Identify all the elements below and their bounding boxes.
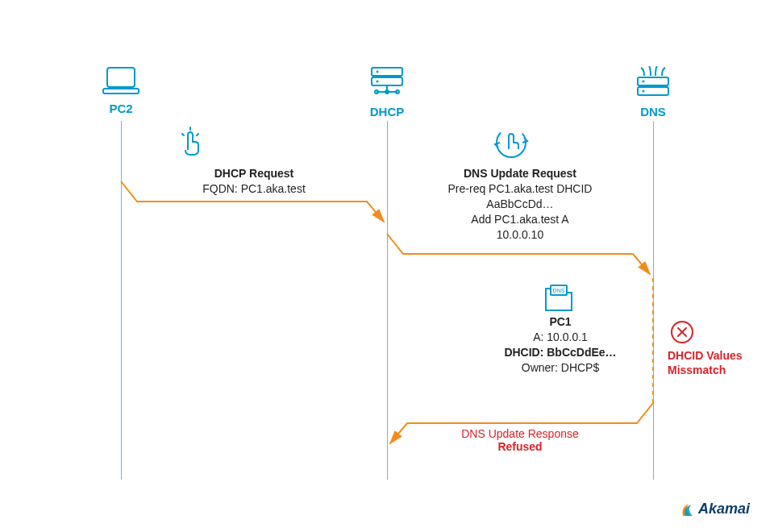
brand-logo: Akamai (680, 501, 750, 517)
lifeline-dns (653, 121, 654, 480)
dns-record-a: A: 10.0.0.1 (476, 330, 645, 345)
actor-dhcp: DHCP (355, 66, 419, 118)
dns-server-icon (635, 66, 672, 98)
svg-text:DNS: DNS (553, 288, 565, 293)
msg-dhcp-request: DHCP Request FQDN: PC1.aka.test (125, 166, 383, 197)
msg2-line4: 10.0.0.10 (395, 227, 645, 243)
response-line2: Refused (497, 440, 542, 453)
msg1-line1: FQDN: PC1.aka.test (125, 181, 383, 197)
server-icon (368, 66, 406, 98)
click-refresh-icon (495, 128, 527, 157)
msg-dns-update-request: DNS Update Request Pre-req PC1.aka.test … (395, 166, 645, 242)
mismatch-line1: DHCID Values (668, 348, 743, 363)
svg-point-18 (672, 322, 693, 343)
svg-point-14 (643, 90, 645, 93)
actor-label-dns: DNS (621, 105, 685, 118)
dns-folder-icon: DNS (546, 285, 572, 310)
actor-label-pc2: PC2 (89, 102, 153, 115)
svg-line-20 (678, 328, 686, 336)
actor-label-dhcp: DHCP (355, 105, 419, 118)
svg-point-15 (497, 128, 526, 157)
actor-dns: DNS (621, 66, 685, 118)
error-x-icon (672, 322, 693, 343)
msg1-title: DHCP Request (125, 166, 383, 181)
msg2-line3: Add PC1.aka.test A (395, 212, 645, 227)
svg-rect-1 (103, 89, 139, 94)
click-hand-icon-1 (182, 127, 198, 155)
actor-pc2: PC2 (89, 66, 153, 115)
mismatch-label: DHCID Values Missmatch (668, 348, 743, 377)
mismatch-line2: Missmatch (668, 363, 743, 377)
dns-record-name: PC1 (476, 314, 645, 330)
svg-rect-16 (551, 285, 567, 295)
laptop-icon (102, 66, 139, 95)
lifeline-dhcp (387, 121, 388, 480)
sequence-diagram: PC2 DHCP DNS (0, 0, 774, 532)
svg-point-4 (377, 71, 379, 73)
msg2-line2: AaBbCcDd… (395, 197, 645, 212)
dns-record-owner: Owner: DHCP$ (476, 360, 645, 376)
msg2-line1: Pre-req PC1.aka.test DHCID (395, 181, 645, 197)
lifeline-pc2 (121, 121, 122, 480)
dns-record-block: PC1 A: 10.0.0.1 DHCID: BbCcDdEe… Owner: … (476, 314, 645, 376)
brand-text: Akamai (698, 501, 750, 517)
brand-swoosh-icon (680, 501, 697, 517)
svg-rect-0 (107, 68, 135, 87)
response-label: DNS Update Response Refused (395, 427, 645, 453)
svg-point-13 (643, 81, 645, 83)
msg2-title: DNS Update Request (395, 166, 645, 181)
response-line1: DNS Update Response (461, 427, 579, 440)
svg-point-5 (377, 81, 379, 83)
svg-line-19 (678, 328, 686, 336)
dns-record-dhcid: DHCID: BbCcDdEe… (476, 345, 645, 360)
